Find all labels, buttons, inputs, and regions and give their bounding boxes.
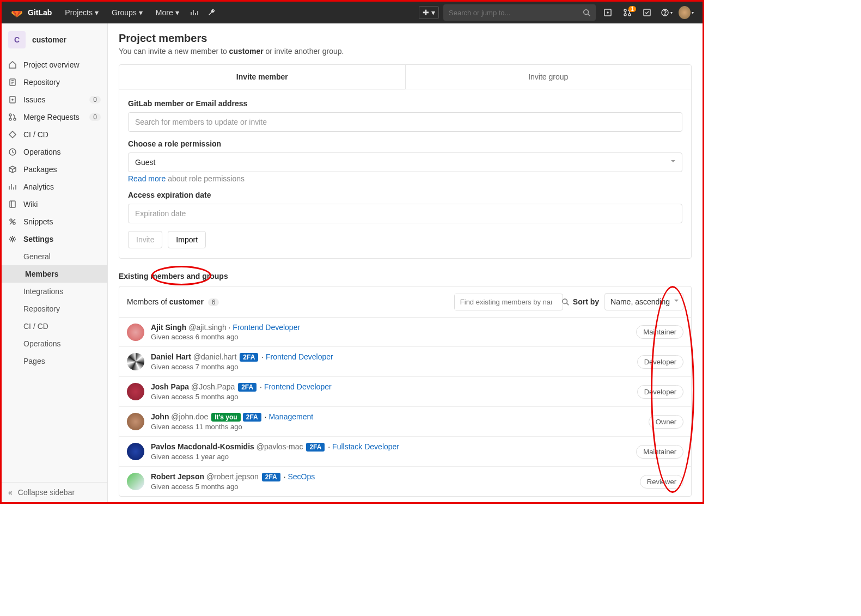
mr-count-badge: 1 <box>628 6 636 12</box>
members-panel: Members of customer 6 Sort by Name, asce… <box>119 286 692 497</box>
sidebar-item-label: Issues <box>23 95 45 104</box>
sidebar-sub-integrations[interactable]: Integrations <box>2 283 107 300</box>
sidebar-icon <box>8 200 17 209</box>
sidebar-sub-general[interactable]: General <box>2 248 107 265</box>
svg-point-0 <box>584 10 589 15</box>
help-icon[interactable]: ▾ <box>659 5 674 20</box>
sidebar-item-wiki[interactable]: Wiki <box>2 196 107 213</box>
sidebar-sub-pages[interactable]: Pages <box>2 352 107 370</box>
role-select[interactable]: Guest <box>128 153 682 172</box>
sidebar-item-operations[interactable]: Operations <box>2 143 107 161</box>
role-pill[interactable]: Developer <box>637 355 683 369</box>
sidebar-item-issues[interactable]: Issues0 <box>2 91 107 108</box>
member-title-link[interactable]: SecOps <box>288 472 315 481</box>
sidebar-item-repository[interactable]: Repository <box>2 74 107 91</box>
role-pill[interactable]: Owner <box>649 415 683 429</box>
nav-more[interactable]: More▾ <box>150 5 185 20</box>
sidebar-item-merge-requests[interactable]: Merge Requests0 <box>2 108 107 126</box>
svg-point-8 <box>665 15 665 15</box>
role-pill[interactable]: Developer <box>637 385 683 399</box>
avatar <box>127 443 144 460</box>
tab-invite-group[interactable]: Invite group <box>406 65 692 89</box>
merge-requests-icon[interactable]: 1 <box>620 5 635 20</box>
sidebar-icon <box>8 130 17 139</box>
svg-point-5 <box>628 14 631 16</box>
sidebar-sub-members[interactable]: Members <box>2 265 107 283</box>
svg-point-19 <box>11 238 14 240</box>
sidebar-item-project-overview[interactable]: Project overview <box>2 56 107 74</box>
members-count-badge: 6 <box>208 298 219 306</box>
member-name[interactable]: John <box>151 412 169 421</box>
2fa-chip: 2FA <box>238 383 257 392</box>
chevron-down-icon: ▾ <box>431 8 435 17</box>
member-name[interactable]: Daniel Hart <box>151 352 191 361</box>
member-name[interactable]: Josh Papa <box>151 382 189 391</box>
member-title-link[interactable]: Management <box>268 412 313 421</box>
sidebar-item-snippets[interactable]: Snippets <box>2 213 107 230</box>
member-search-input[interactable] <box>128 112 682 132</box>
members-search[interactable] <box>454 294 563 310</box>
global-search[interactable] <box>443 4 596 21</box>
member-name[interactable]: Ajit Singh <box>151 323 186 332</box>
member-title-link[interactable]: Fullstack Developer <box>332 442 399 451</box>
admin-wrench-icon[interactable] <box>204 5 219 20</box>
search-input[interactable] <box>449 9 583 17</box>
sidebar-item-ci-cd[interactable]: CI / CD <box>2 126 107 143</box>
nav-groups[interactable]: Groups▾ <box>106 5 148 20</box>
member-handle: @john.doe <box>171 412 208 421</box>
role-pill[interactable]: Reviewer <box>640 475 683 489</box>
activity-icon[interactable] <box>187 5 202 20</box>
svg-point-4 <box>624 14 626 16</box>
sidebar-item-label: CI / CD <box>23 130 48 139</box>
svg-rect-16 <box>10 201 15 208</box>
2fa-chip: 2FA <box>262 473 280 481</box>
todos-icon[interactable] <box>639 5 655 20</box>
readmore-link[interactable]: Read more <box>128 174 166 183</box>
count-badge: 0 <box>89 113 101 121</box>
search-icon <box>583 9 590 16</box>
gitlab-logo-icon[interactable] <box>10 6 23 19</box>
table-row: Ajit Singh @ajit.singh · Frontend Develo… <box>119 318 691 347</box>
table-row: John @john.doe It's you2FA · ManagementG… <box>119 407 691 437</box>
sort-select[interactable]: Name, ascending <box>604 293 683 310</box>
invite-button[interactable]: Invite <box>128 231 162 248</box>
avatar <box>127 383 144 400</box>
expiration-input[interactable] <box>128 204 682 223</box>
avatar <box>127 353 144 370</box>
members-search-input[interactable] <box>455 294 557 310</box>
plus-icon: ✚ <box>423 8 429 17</box>
2fa-chip: 2FA <box>243 413 261 422</box>
member-title-link[interactable]: Frontend Developer <box>266 352 333 361</box>
project-header[interactable]: C customer <box>2 23 107 56</box>
sidebar-icon <box>8 217 17 226</box>
search-icon <box>557 298 573 306</box>
sidebar-item-analytics[interactable]: Analytics <box>2 178 107 196</box>
role-pill[interactable]: Maintainer <box>636 445 683 459</box>
member-title-link[interactable]: Frontend Developer <box>264 382 332 391</box>
member-title-link[interactable]: Frontend Developer <box>233 323 300 332</box>
sidebar-sub-ci-cd[interactable]: CI / CD <box>2 318 107 335</box>
avatar <box>679 6 691 19</box>
role-field-label: Choose a role permission <box>128 139 682 148</box>
member-name[interactable]: Robert Jepson <box>151 472 204 481</box>
sidebar-sub-repository[interactable]: Repository <box>2 300 107 318</box>
user-menu[interactable]: ▾ <box>679 5 694 20</box>
member-access: Given access 5 months ago <box>151 393 637 401</box>
member-name[interactable]: Pavlos Macdonald-Kosmidis <box>151 442 254 451</box>
sidebar-item-packages[interactable]: Packages <box>2 161 107 178</box>
sidebar-sub-operations[interactable]: Operations <box>2 335 107 352</box>
page-description: You can invite a new member to customer … <box>119 47 692 56</box>
sidebar-item-label: Settings <box>23 235 53 243</box>
import-button[interactable]: Import <box>168 231 206 248</box>
sidebar-item-settings[interactable]: Settings <box>2 230 107 248</box>
tab-invite-member[interactable]: Invite member <box>119 65 406 89</box>
issues-icon[interactable] <box>600 5 615 20</box>
role-pill[interactable]: Maintainer <box>636 325 683 339</box>
sidebar-item-label: Packages <box>23 165 57 174</box>
nav-projects[interactable]: Projects▾ <box>59 5 104 20</box>
collapse-sidebar[interactable]: « Collapse sidebar <box>2 482 107 502</box>
page-title: Project members <box>119 32 692 45</box>
new-dropdown[interactable]: ✚▾ <box>419 6 439 19</box>
svg-point-20 <box>563 299 567 304</box>
chevron-down-icon: ▾ <box>139 8 143 17</box>
